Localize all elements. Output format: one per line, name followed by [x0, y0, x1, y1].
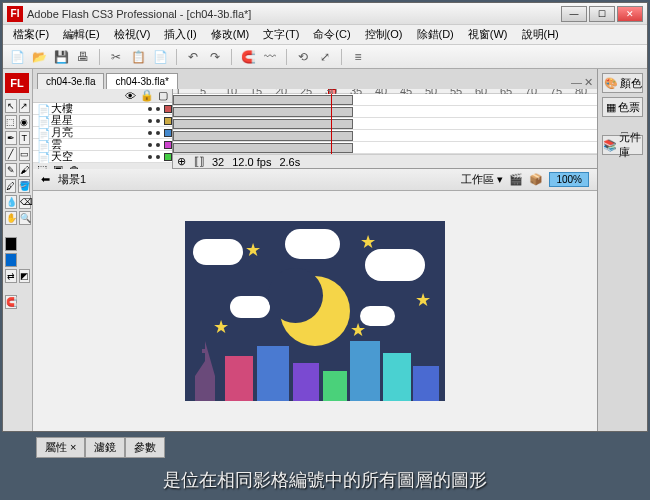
brush-tool[interactable]: 🖌 [19, 163, 31, 177]
onion-icon[interactable]: ⊕ [177, 155, 186, 168]
pencil-tool[interactable]: ✎ [5, 163, 17, 177]
save-icon[interactable]: 💾 [53, 49, 69, 65]
library-panel-button[interactable]: 📚元件庫 [602, 135, 643, 155]
transform-tool[interactable]: ⬚ [5, 115, 17, 129]
back-icon[interactable]: ⬅ [41, 173, 50, 186]
undo-icon[interactable]: ↶ [185, 49, 201, 65]
onion-range-icon[interactable]: ⟦⟧ [194, 155, 204, 168]
scale-icon[interactable]: ⤢ [317, 49, 333, 65]
tab-1[interactable]: ch04-3e.fla [37, 73, 104, 89]
menu-help[interactable]: 說明(H) [516, 25, 565, 44]
star-icon: ★ [245, 239, 261, 261]
frame-track[interactable] [173, 142, 597, 154]
menu-debug[interactable]: 除錯(D) [411, 25, 460, 44]
magnet-icon[interactable]: 🧲 [240, 49, 256, 65]
main-toolbar: 📄 📂 💾 🖶 ✂ 📋 📄 ↶ ↷ 🧲 〰 ⟲ ⤢ ≡ [3, 45, 647, 69]
star-icon: ★ [213, 316, 229, 338]
tab-minimize-icon[interactable]: — [571, 76, 582, 89]
close-button[interactable]: ✕ [617, 6, 643, 22]
fill-color[interactable] [5, 253, 17, 267]
menu-text[interactable]: 文字(T) [257, 25, 305, 44]
minimize-button[interactable]: — [561, 6, 587, 22]
visibility-icon[interactable]: 👁 [125, 90, 136, 102]
smooth-icon[interactable]: 〰 [262, 49, 278, 65]
swap-colors-icon[interactable]: ⇄ [5, 269, 17, 283]
building [323, 371, 347, 401]
lasso-tool[interactable]: ◉ [19, 115, 31, 129]
layer-name: 天空 [51, 149, 148, 164]
color-panel-button[interactable]: 🎨顏色 [602, 73, 643, 93]
menu-edit[interactable]: 編輯(E) [57, 25, 106, 44]
cut-icon[interactable]: ✂ [108, 49, 124, 65]
print-icon[interactable]: 🖶 [75, 49, 91, 65]
titlebar: Fl Adobe Flash CS3 Professional - [ch04-… [3, 3, 647, 25]
layer-row[interactable]: 📄天空 [33, 151, 172, 163]
layer-icon: 📄 [37, 116, 47, 126]
layer-color [164, 129, 172, 137]
layers-panel: 👁 🔒 ▢ 📄大樓📄星星📄月亮📄雲📄天空 ⬚ ▣ 🗑 [33, 89, 173, 168]
align-icon[interactable]: ≡ [350, 49, 366, 65]
rotate-icon[interactable]: ⟲ [295, 49, 311, 65]
menu-insert[interactable]: 插入(I) [158, 25, 202, 44]
tools-panel: FL ↖↗ ⬚◉ ✒T ╱▭ ✎🖌 🖊🪣 💧⌫ ✋🔍 ⇄◩ 🧲 [3, 69, 33, 431]
tracks[interactable] [173, 94, 597, 154]
eraser-tool[interactable]: ⌫ [19, 195, 31, 209]
tab-close-icon[interactable]: ✕ [584, 76, 593, 89]
rect-tool[interactable]: ▭ [19, 147, 31, 161]
default-colors-icon[interactable]: ◩ [19, 269, 31, 283]
text-tool[interactable]: T [19, 131, 31, 145]
menu-file[interactable]: 檔案(F) [7, 25, 55, 44]
frame-track[interactable] [173, 106, 597, 118]
layer-color [164, 141, 172, 149]
menu-modify[interactable]: 修改(M) [205, 25, 256, 44]
parameters-tab[interactable]: 參數 [125, 437, 165, 458]
playhead-line [331, 94, 332, 154]
redo-icon[interactable]: ↷ [207, 49, 223, 65]
pen-tool[interactable]: ✒ [5, 131, 17, 145]
frames-area: 15101520253035404550556065707580 ⊕ ⟦⟧ 32… [173, 89, 597, 168]
properties-tab[interactable]: 屬性 × [36, 437, 85, 458]
ink-tool[interactable]: 🖊 [5, 179, 16, 193]
zoom-field[interactable]: 100% [549, 172, 589, 187]
eyedropper-tool[interactable]: 💧 [5, 195, 17, 209]
hand-tool[interactable]: ✋ [5, 211, 17, 225]
snap-icon[interactable]: 🧲 [5, 295, 17, 309]
stage[interactable]: ★ ★ ★ ★ ★ [185, 221, 445, 401]
menubar: 檔案(F) 編輯(E) 檢視(V) 插入(I) 修改(M) 文字(T) 命令(C… [3, 25, 647, 45]
maximize-button[interactable]: ☐ [589, 6, 615, 22]
menu-commands[interactable]: 命令(C) [307, 25, 356, 44]
scene-label[interactable]: 場景1 [58, 172, 86, 187]
cloud [285, 229, 340, 259]
bucket-tool[interactable]: 🪣 [18, 179, 30, 193]
filters-tab[interactable]: 濾鏡 [85, 437, 125, 458]
menu-control[interactable]: 控制(O) [359, 25, 409, 44]
zoom-tool[interactable]: 🔍 [19, 211, 31, 225]
scene-bar: ⬅ 場景1 工作區 ▾ 🎬 📦 100% [33, 169, 597, 191]
building [383, 353, 411, 401]
swatches-panel-button[interactable]: ▦色票 [602, 97, 643, 117]
fps-label: 12.0 fps [232, 156, 271, 168]
subselect-tool[interactable]: ↗ [19, 99, 31, 113]
tab-2[interactable]: ch04-3b.fla* [106, 73, 177, 89]
scene-icon[interactable]: 🎬 [509, 173, 523, 186]
layer-icon: 📄 [37, 128, 47, 138]
menu-view[interactable]: 檢視(V) [108, 25, 157, 44]
stroke-color[interactable] [5, 237, 17, 251]
outline-icon[interactable]: ▢ [158, 89, 168, 102]
symbol-icon[interactable]: 📦 [529, 173, 543, 186]
svg-marker-0 [195, 341, 215, 401]
canvas-area[interactable]: ★ ★ ★ ★ ★ [33, 191, 597, 431]
paste-icon[interactable]: 📄 [152, 49, 168, 65]
frame-track[interactable] [173, 94, 597, 106]
line-tool[interactable]: ╱ [5, 147, 17, 161]
copy-icon[interactable]: 📋 [130, 49, 146, 65]
workspace-dropdown[interactable]: 工作區 ▾ [461, 172, 503, 187]
menu-window[interactable]: 視窗(W) [462, 25, 514, 44]
star-icon: ★ [350, 319, 366, 341]
selection-tool[interactable]: ↖ [5, 99, 17, 113]
frame-track[interactable] [173, 130, 597, 142]
cloud [365, 249, 425, 281]
open-icon[interactable]: 📂 [31, 49, 47, 65]
new-icon[interactable]: 📄 [9, 49, 25, 65]
frame-track[interactable] [173, 118, 597, 130]
